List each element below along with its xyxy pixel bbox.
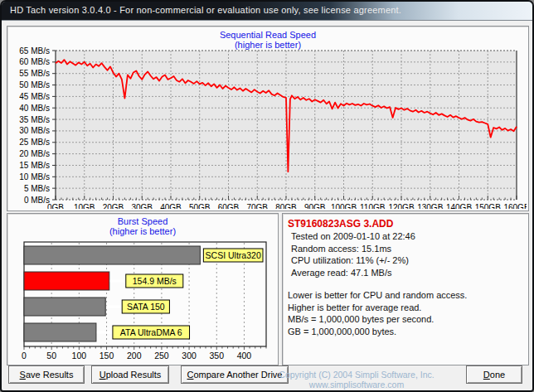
note-line: MB/s = 1,000,000 bytes per second. xyxy=(288,313,528,326)
svg-text:SCSI Ultra320: SCSI Ultra320 xyxy=(206,250,261,260)
svg-text:ATA UltraDMA 6: ATA UltraDMA 6 xyxy=(120,327,182,337)
average-read-line: Average read: 47.1 MB/s xyxy=(291,267,528,279)
svg-text:5 MB/s: 5 MB/s xyxy=(24,184,50,193)
hd-tach-window: HD Tach version 3.0.4.0 - For non-commer… xyxy=(0,0,534,392)
results-info-panel: ST9160823ASG 3.ADD Tested on 2009-01-10 … xyxy=(282,213,529,365)
svg-text:100GB: 100GB xyxy=(331,203,357,209)
done-button[interactable]: Done xyxy=(466,365,522,384)
drive-name: ST9160823ASG 3.ADD xyxy=(288,218,528,230)
svg-text:50: 50 xyxy=(46,351,56,361)
window-content: Sequential Read Speed (higher is better)… xyxy=(2,21,532,390)
svg-text:200: 200 xyxy=(127,351,142,361)
svg-text:45 MB/s: 45 MB/s xyxy=(19,92,50,101)
sequential-read-panel: Sequential Read Speed (higher is better)… xyxy=(7,26,529,211)
svg-text:350: 350 xyxy=(210,351,225,361)
svg-text:30GB: 30GB xyxy=(131,203,153,209)
svg-text:80GB: 80GB xyxy=(275,203,297,209)
note-line: GB = 1,000,000,000 bytes. xyxy=(288,326,528,338)
svg-text:40 MB/s: 40 MB/s xyxy=(19,104,50,113)
burst-speed-panel: Burst Speed (higher is better) SCSI Ultr… xyxy=(7,213,279,365)
save-results-button[interactable]: Save Results xyxy=(8,365,85,384)
burst-bar xyxy=(24,272,109,290)
copyright-text: Copyright (C) 2004 Simpli Software, Inc.… xyxy=(250,370,463,390)
upload-results-button[interactable]: Upload Results xyxy=(91,365,169,384)
burst-chart-title: Burst Speed xyxy=(7,216,278,226)
svg-text:60GB: 60GB xyxy=(218,203,240,209)
svg-text:0GB: 0GB xyxy=(47,203,64,209)
svg-text:250: 250 xyxy=(154,351,169,361)
notes-block: Lower is better for CPU and random acces… xyxy=(283,289,528,337)
svg-text:50GB: 50GB xyxy=(189,203,211,209)
svg-text:110GB: 110GB xyxy=(360,203,386,209)
svg-text:90GB: 90GB xyxy=(304,203,326,209)
tested-on-line: Tested on 2009-01-10 at 22:46 xyxy=(291,230,528,243)
sequential-read-chart: 65 MB/s60 MB/s55 MB/s50 MB/s45 MB/s40 MB… xyxy=(7,27,527,209)
svg-text:55 MB/s: 55 MB/s xyxy=(19,69,50,78)
svg-text:20GB: 20GB xyxy=(103,203,124,209)
svg-text:70GB: 70GB xyxy=(246,203,268,209)
svg-text:400: 400 xyxy=(237,351,252,361)
note-line: Higher is better for average read. xyxy=(288,302,528,314)
burst-speed-chart: SCSI Ultra320154.9 MB/sSATA 150ATA Ultra… xyxy=(9,240,276,363)
random-access-line: Random access: 15.1ms xyxy=(291,243,528,255)
svg-text:140GB: 140GB xyxy=(446,203,472,209)
svg-text:0: 0 xyxy=(22,351,27,361)
note-line: Lower is better for CPU and random acces… xyxy=(288,289,528,302)
svg-text:154.9 MB/s: 154.9 MB/s xyxy=(133,276,177,286)
svg-text:160GB: 160GB xyxy=(503,203,527,209)
cpu-utilization-line: CPU utilization: 11% (+/- 2%) xyxy=(291,254,528,267)
svg-text:25 MB/s: 25 MB/s xyxy=(19,138,50,147)
svg-text:20 MB/s: 20 MB/s xyxy=(19,149,50,158)
svg-text:300: 300 xyxy=(182,351,197,361)
burst-bar xyxy=(24,323,96,341)
title-bar[interactable]: HD Tach version 3.0.4.0 - For non-commer… xyxy=(2,2,532,21)
svg-text:30 MB/s: 30 MB/s xyxy=(19,126,50,135)
svg-text:35 MB/s: 35 MB/s xyxy=(19,115,50,124)
window-title: HD Tach version 3.0.4.0 - For non-commer… xyxy=(10,5,401,15)
svg-text:60 MB/s: 60 MB/s xyxy=(19,57,50,66)
burst-bar xyxy=(24,246,200,264)
svg-text:150GB: 150GB xyxy=(475,203,501,209)
svg-text:100: 100 xyxy=(72,351,87,361)
svg-text:10 MB/s: 10 MB/s xyxy=(19,172,50,181)
svg-text:40GB: 40GB xyxy=(160,203,182,209)
svg-text:150: 150 xyxy=(100,351,114,361)
burst-bar xyxy=(24,298,105,316)
svg-text:120GB: 120GB xyxy=(388,203,414,209)
svg-text:SATA 150: SATA 150 xyxy=(127,302,165,312)
svg-text:15 MB/s: 15 MB/s xyxy=(19,161,50,170)
svg-text:65 MB/s: 65 MB/s xyxy=(19,46,50,56)
burst-chart-subtitle: (higher is better) xyxy=(7,226,278,236)
svg-text:10GB: 10GB xyxy=(74,203,95,209)
svg-text:0 MB/s: 0 MB/s xyxy=(24,196,50,205)
svg-text:50 MB/s: 50 MB/s xyxy=(19,80,50,90)
svg-text:130GB: 130GB xyxy=(417,203,443,209)
